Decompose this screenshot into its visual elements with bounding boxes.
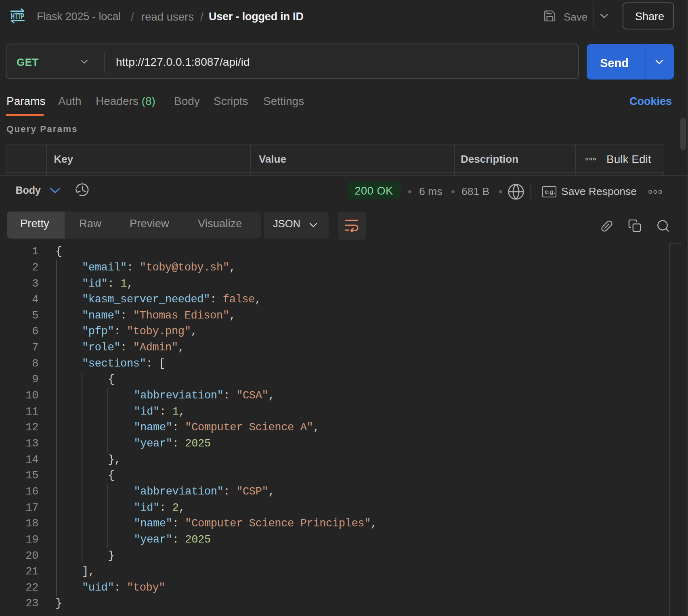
svg-text:HTTP: HTTP — [11, 12, 24, 21]
